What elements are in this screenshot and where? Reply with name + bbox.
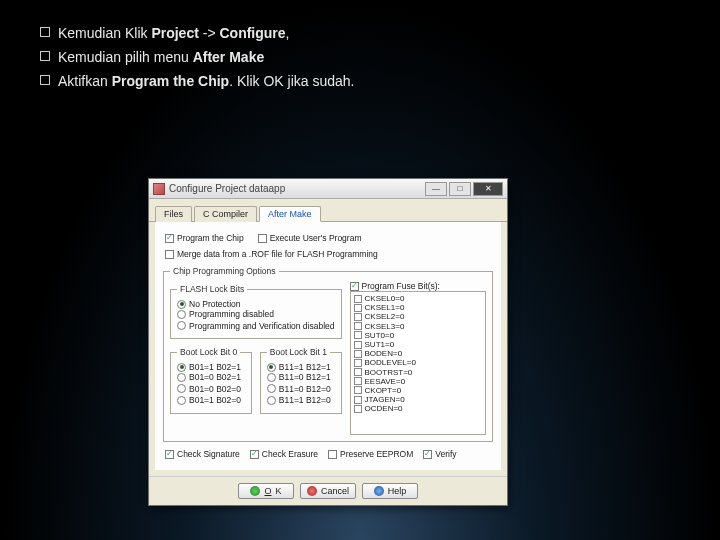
boot-lock-1-group: Boot Lock Bit 1 B11=1 B12=1 B11=0 B12=1 …	[260, 347, 342, 414]
boot-lock-0-group: Boot Lock Bit 0 B01=1 B02=1 B01=0 B02=1 …	[170, 347, 252, 414]
fuse-item[interactable]: CKOPT=0	[354, 386, 482, 395]
configure-dialog: Configure Project dataapp — □ ✕ Files C …	[148, 178, 508, 506]
bullet-icon	[40, 75, 50, 85]
fuse-item[interactable]: BODEN=0	[354, 349, 482, 358]
after-make-panel: ✓Program the Chip Execute User's Program…	[155, 222, 501, 470]
minimize-button[interactable]: —	[425, 182, 447, 196]
checkbox-check-signature[interactable]: ✓Check Signature	[165, 449, 240, 459]
close-button[interactable]: ✕	[473, 182, 503, 196]
bullet-icon	[40, 27, 50, 37]
fuse-item[interactable]: JTAGEN=0	[354, 395, 482, 404]
radio-prog-ver-disabled[interactable]: Programming and Verification disabled	[177, 321, 335, 331]
chip-programming-legend: Chip Programming Options	[170, 266, 279, 276]
maximize-button[interactable]: □	[449, 182, 471, 196]
tab-c-compiler[interactable]: C Compiler	[194, 206, 257, 222]
instruction-line-1: Kemudian Klik Project -> Configure,	[58, 22, 289, 46]
flash-lock-group: FLASH Lock Bits No Protection Programmin…	[170, 284, 342, 339]
radio-b12[interactable]: B11=0 B12=1	[267, 372, 331, 382]
help-button[interactable]: Help	[362, 483, 418, 499]
checkbox-exec-user[interactable]: Execute User's Program	[258, 233, 362, 243]
slide-instructions: Kemudian Klik Project -> Configure, Kemu…	[0, 0, 720, 93]
ok-button[interactable]: OK	[238, 483, 294, 499]
radio-b13[interactable]: B11=0 B12=0	[267, 384, 331, 394]
cancel-icon	[307, 486, 317, 496]
titlebar[interactable]: Configure Project dataapp — □ ✕	[149, 179, 507, 199]
fuse-item[interactable]: CKSEL3=0	[354, 322, 482, 331]
check-icon	[250, 486, 260, 496]
fuse-item[interactable]: CKSEL2=0	[354, 312, 482, 321]
instruction-line-3: Aktifkan Program the Chip. Klik OK jika …	[58, 70, 354, 94]
radio-b11[interactable]: B11=1 B12=1	[267, 362, 331, 372]
fuse-item[interactable]: CKSEL0=0	[354, 294, 482, 303]
chip-programming-group: Chip Programming Options FLASH Lock Bits…	[163, 266, 493, 442]
fuse-item[interactable]: BOOTRST=0	[354, 368, 482, 377]
tab-files[interactable]: Files	[155, 206, 192, 222]
fuse-item[interactable]: EESAVE=0	[354, 377, 482, 386]
radio-b04[interactable]: B01=1 B02=0	[177, 395, 241, 405]
checkbox-check-erasure[interactable]: ✓Check Erasure	[250, 449, 318, 459]
checkbox-program-chip[interactable]: ✓Program the Chip	[165, 233, 244, 243]
checkbox-preserve-eeprom[interactable]: Preserve EEPROM	[328, 449, 413, 459]
radio-b03[interactable]: B01=0 B02=0	[177, 384, 241, 394]
button-bar: OK Cancel Help	[149, 476, 507, 505]
tab-after-make[interactable]: After Make	[259, 206, 321, 222]
checkbox-program-fuse[interactable]: ✓Program Fuse Bit(s):	[350, 281, 440, 291]
fuse-item[interactable]: CKSEL1=0	[354, 303, 482, 312]
radio-b14[interactable]: B11=1 B12=0	[267, 395, 331, 405]
radio-no-protection[interactable]: No Protection	[177, 299, 241, 309]
window-title: Configure Project dataapp	[169, 183, 423, 194]
checkbox-merge-rof[interactable]: Merge data from a .ROF file for FLASH Pr…	[165, 249, 378, 259]
fuse-item[interactable]: SUT0=0	[354, 331, 482, 340]
cancel-button[interactable]: Cancel	[300, 483, 356, 499]
instruction-line-2: Kemudian pilih menu After Make	[58, 46, 264, 70]
fuse-item[interactable]: OCDEN=0	[354, 404, 482, 413]
tab-bar: Files C Compiler After Make	[149, 199, 507, 222]
bullet-icon	[40, 51, 50, 61]
radio-prog-disabled[interactable]: Programming disabled	[177, 309, 274, 319]
fuse-item[interactable]: BODLEVEL=0	[354, 358, 482, 367]
checkbox-verify[interactable]: ✓Verify	[423, 449, 456, 459]
fuse-item[interactable]: SUT1=0	[354, 340, 482, 349]
radio-b01[interactable]: B01=1 B02=1	[177, 362, 241, 372]
help-icon	[374, 486, 384, 496]
fuse-list[interactable]: CKSEL0=0CKSEL1=0CKSEL2=0CKSEL3=0SUT0=0SU…	[350, 291, 486, 435]
radio-b02[interactable]: B01=0 B02=1	[177, 372, 241, 382]
app-icon	[153, 183, 165, 195]
